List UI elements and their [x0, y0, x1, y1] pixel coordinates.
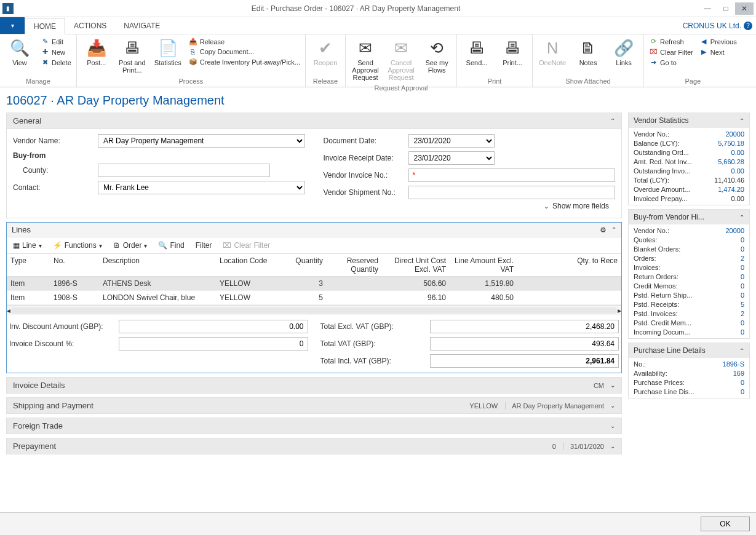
table-row[interactable]: Item1896-SATHENS DeskYELLOW3506.601,519.… — [7, 277, 621, 291]
help-icon[interactable]: ? — [744, 22, 752, 30]
tab-navigate[interactable]: NAVIGATE — [115, 17, 169, 34]
lines-find-button[interactable]: 🔍Find — [156, 240, 186, 251]
vend-ship-no-input[interactable] — [408, 186, 616, 199]
col-type[interactable]: Type — [7, 254, 50, 277]
stat-row[interactable]: Purchase Line Dis...0 — [634, 388, 744, 395]
vend-inv-no-input[interactable] — [408, 168, 616, 182]
lines-line-menu[interactable]: ▦Line▾ — [10, 240, 44, 251]
line-details-header[interactable]: Purchase Line Details⌃ — [629, 343, 749, 358]
minimize-button[interactable]: — — [698, 2, 717, 15]
ok-button[interactable]: OK — [701, 517, 750, 531]
contact-label: Contact: — [13, 183, 93, 192]
col-loc[interactable]: Location Code — [216, 254, 271, 277]
stat-row[interactable]: Pstd. Receipts:5 — [634, 301, 744, 308]
col-unitcost[interactable]: Direct Unit Cost Excl. VAT — [382, 254, 450, 277]
stat-row[interactable]: Pstd. Return Ship...0 — [634, 291, 744, 299]
stat-row[interactable]: Credit Memos:0 — [634, 282, 744, 290]
new-button[interactable]: ✚New — [38, 47, 74, 57]
vendor-name-input[interactable]: AR Day Property Management — [98, 134, 305, 148]
stat-row[interactable]: Pstd. Credit Mem...0 — [634, 319, 744, 327]
col-qtyrec[interactable]: Qty. to Rece — [517, 254, 621, 277]
general-header[interactable]: General ⌃ — [6, 113, 622, 129]
col-lineamt[interactable]: Line Amount Excl. VAT — [450, 254, 517, 277]
invoice-details-header[interactable]: Invoice DetailsCM⌄ — [6, 377, 622, 394]
clear-filter-button[interactable]: ⌧Clear Filter — [647, 47, 696, 57]
stat-row[interactable]: Amt. Rcd. Not Inv...5,660.28 — [634, 158, 744, 165]
inv-disc-amt-input[interactable] — [119, 320, 308, 333]
company-selector[interactable]: CRONUS UK Ltd.? — [679, 17, 756, 34]
copy-doc-button[interactable]: ⎘Copy Document... — [186, 47, 303, 56]
stat-row[interactable]: Orders:2 — [634, 255, 744, 262]
stat-row[interactable]: Blanket Orders:0 — [634, 245, 744, 253]
post-button[interactable]: 📥Post... — [79, 36, 114, 77]
send-approval-button[interactable]: ✉Send Approval Request — [348, 36, 383, 84]
lines-clear-filter-button[interactable]: ⌧Clear Filter — [220, 240, 273, 251]
prepayment-header[interactable]: Prepayment031/01/2020⌄ — [6, 438, 622, 454]
app-icon: ▮ — [2, 3, 14, 14]
stat-row[interactable]: Vendor No.:20000 — [634, 227, 744, 234]
doc-date-input[interactable]: 23/01/2020 — [408, 134, 495, 148]
col-resq[interactable]: Reserved Quantity — [327, 254, 382, 277]
lines-header[interactable]: Lines ⚙ ⌃ — [7, 223, 621, 237]
delete-button[interactable]: ✖Delete — [38, 58, 74, 67]
col-qty[interactable]: Quantity — [271, 254, 327, 277]
inv-disc-pct-input[interactable] — [119, 337, 308, 351]
tab-actions[interactable]: ACTIONS — [65, 17, 115, 34]
contact-input[interactable]: Mr. Frank Lee — [98, 181, 305, 194]
gear-icon[interactable]: ⚙ — [600, 226, 607, 234]
stat-row[interactable]: Vendor No.:20000 — [634, 130, 744, 138]
file-tab[interactable]: ▾ — [0, 17, 25, 34]
onenote-button[interactable]: NOneNote — [535, 36, 570, 77]
county-input[interactable] — [98, 164, 270, 177]
lines-grid[interactable]: Type No. Description Location Code Quant… — [7, 254, 621, 305]
lines-order-menu[interactable]: 🗎Order▾ — [111, 240, 150, 251]
refresh-button[interactable]: ⟳Refresh — [647, 37, 696, 46]
stat-row[interactable]: Balance (LCY):5,750.18 — [634, 140, 744, 147]
release-icon: 📤 — [189, 38, 197, 46]
bolt-icon: ⚡ — [53, 241, 62, 250]
lines-filter-button[interactable]: Filter — [193, 240, 215, 251]
previous-button[interactable]: ◀Previous — [697, 37, 739, 46]
maximize-button[interactable]: □ — [717, 2, 735, 15]
table-row[interactable]: Item1908-SLONDON Swivel Chair, blueYELLO… — [7, 291, 621, 305]
buy-from-label: Buy-from — [13, 151, 93, 160]
buy-from-history-header[interactable]: Buy-from Vendor Hi...⌃ — [629, 210, 749, 224]
edit-button[interactable]: ✎Edit — [38, 37, 74, 46]
stat-row[interactable]: Incoming Docum...0 — [634, 328, 744, 336]
tab-home[interactable]: HOME — [25, 18, 65, 34]
links-button[interactable]: 🔗Links — [607, 36, 641, 77]
lines-functions-menu[interactable]: ⚡Functions▾ — [50, 240, 105, 251]
close-button[interactable]: ✕ — [735, 2, 754, 15]
reopen-button[interactable]: ✔Reopen — [308, 36, 343, 77]
col-desc[interactable]: Description — [99, 254, 216, 277]
stat-row[interactable]: Return Orders:0 — [634, 273, 744, 280]
vendor-stats-header[interactable]: Vendor Statistics⌃ — [629, 113, 749, 128]
stat-row[interactable]: Outstanding Ord...0.00 — [634, 149, 744, 156]
shipping-header[interactable]: Shipping and PaymentYELLOWAR Day Propert… — [6, 397, 622, 414]
stat-row[interactable]: Purchase Prices:0 — [634, 379, 744, 386]
show-more-fields[interactable]: ⌄Show more fields — [13, 199, 615, 213]
view-button[interactable]: 🔍View — [2, 36, 37, 77]
send-button[interactable]: 🖶Send... — [460, 36, 494, 77]
stat-row[interactable]: Overdue Amount...1,474.20 — [634, 186, 744, 193]
foreign-trade-header[interactable]: Foreign Trade⌄ — [6, 418, 622, 434]
post-print-button[interactable]: 🖶Post and Print... — [115, 36, 149, 77]
stat-row[interactable]: Outstanding Invo...0.00 — [634, 167, 744, 175]
cancel-approval-button[interactable]: ✉Cancel Approval Request — [384, 36, 418, 84]
stat-row[interactable]: Quotes:0 — [634, 236, 744, 244]
goto-button[interactable]: ➜Go to — [647, 58, 696, 67]
release-button[interactable]: 📤Release — [186, 37, 303, 46]
statistics-button[interactable]: 📄Statistics — [151, 36, 185, 77]
next-button[interactable]: ▶Next — [697, 47, 739, 57]
stat-row[interactable]: Availability:169 — [634, 370, 744, 377]
see-flows-button[interactable]: ⟲See my Flows — [420, 36, 454, 84]
stat-row[interactable]: Invoices:0 — [634, 264, 744, 271]
notes-button[interactable]: 🗎Notes — [571, 36, 605, 77]
stat-row[interactable]: No.:1896-S — [634, 360, 744, 368]
print-button[interactable]: 🖶Print... — [495, 36, 530, 77]
inv-rcpt-input[interactable]: 23/01/2020 — [408, 151, 495, 165]
lines-scrollbar[interactable]: ◂▸ — [7, 305, 621, 315]
col-no[interactable]: No. — [50, 254, 99, 277]
create-putaway-button[interactable]: 📦Create Inventory Put-away/Pick... — [186, 57, 303, 66]
stat-row[interactable]: Pstd. Invoices:2 — [634, 310, 744, 317]
